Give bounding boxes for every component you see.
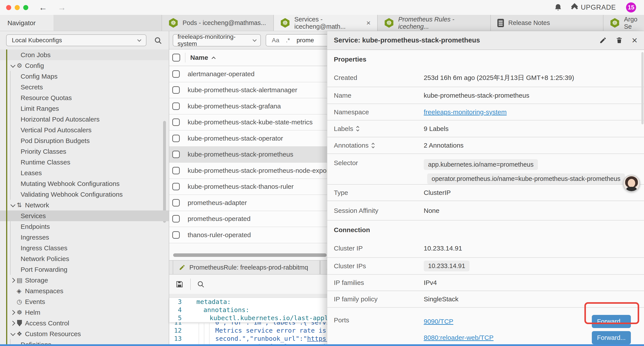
sidebar-tree-item[interactable]: ❖ Custom Resources	[0, 329, 169, 339]
sidebar-search-icon[interactable]	[154, 36, 162, 45]
horizontal-scrollbar[interactable]	[173, 253, 326, 257]
tree-chevron-icon[interactable]	[10, 309, 17, 316]
sidebar-tree-item[interactable]: Config Maps	[0, 71, 169, 82]
namespace-select[interactable]: freeleaps-monitoring-system	[173, 34, 261, 46]
forward-button[interactable]: Forward...	[592, 331, 631, 344]
row-name: Name kube-prometheus-stack-prometheus	[327, 87, 644, 104]
sidebar-tree-item[interactable]: ⇅ Network	[0, 200, 169, 210]
column-header-name[interactable]: Name	[190, 54, 215, 61]
notifications-bell-icon[interactable]	[554, 3, 562, 11]
match-case-icon[interactable]: Aa	[272, 37, 279, 44]
expand-toggle-icon[interactable]	[357, 126, 359, 131]
minimize-window-button[interactable]	[15, 5, 20, 10]
tree-item-icon: ❖	[17, 331, 25, 337]
forward-button[interactable]: →	[58, 3, 66, 11]
sidebar-tree-item[interactable]: Endpoints	[0, 221, 169, 232]
titlebar: ← → UPGRADE 15	[0, 0, 644, 15]
row-checkbox[interactable]	[172, 151, 180, 158]
upgrade-button[interactable]: UPGRADE	[572, 3, 616, 11]
row-checkbox[interactable]	[172, 199, 180, 207]
tab-argo[interactable]: ☸ Argo Se	[604, 15, 644, 31]
sidebar-tree-item[interactable]: Vertical Pod Autoscalers	[0, 125, 169, 135]
row-checkbox[interactable]	[172, 167, 180, 174]
port-link[interactable]: 9090/TCP	[424, 318, 453, 325]
sidebar-tree-item[interactable]: Services	[0, 210, 169, 221]
tree-chevron-icon[interactable]	[10, 202, 17, 209]
sidebar-tree-item[interactable]: Resource Quotas	[0, 92, 169, 103]
close-window-button[interactable]	[6, 5, 11, 10]
sidebar-tree-item[interactable]: ☸ Helm	[0, 307, 169, 318]
detail-scrollbar[interactable]	[641, 52, 644, 124]
sidebar-tree-item[interactable]: Port Forwarding	[0, 264, 169, 275]
row-checkbox[interactable]	[172, 118, 180, 126]
tree-chevron-icon[interactable]	[10, 277, 17, 284]
line-number: 12	[169, 327, 185, 335]
tree-chevron-icon[interactable]	[10, 331, 17, 337]
save-icon[interactable]	[175, 280, 184, 288]
sidebar-tree-item[interactable]: Leases	[0, 168, 169, 178]
port-entry: 9090/TCP Forward...	[424, 313, 644, 330]
sidebar-tree-item[interactable]: Network Policies	[0, 253, 169, 264]
tab-navigator[interactable]: Navigator	[0, 15, 54, 31]
sidebar-tree-item[interactable]: Pod Disruption Budgets	[0, 135, 169, 146]
service-name: kube-prometheus-stack-alertmanager	[188, 86, 297, 94]
sidebar-tree-item[interactable]: Priority Classes	[0, 146, 169, 157]
row-checkbox[interactable]	[172, 231, 180, 239]
tab-prometheus-rules[interactable]: ☸ Prometheus Rules - icecheng...	[378, 15, 491, 31]
sidebar-tree-item[interactable]: ⚙ Config	[0, 60, 169, 71]
tree-item-label: Runtime Classes	[10, 159, 70, 166]
tree-chevron-icon[interactable]	[10, 320, 17, 327]
tree-item-label: Limit Ranges	[10, 105, 59, 112]
back-button[interactable]: ←	[39, 3, 47, 11]
main-tab-strip: ☸ Pods - icecheng@mathmas... ☸ Services …	[162, 15, 644, 31]
row-checkbox[interactable]	[172, 183, 180, 190]
edit-pencil-icon[interactable]	[599, 36, 607, 44]
row-checkbox[interactable]	[172, 215, 180, 223]
row-annotations: Annotations 2 Annotations	[327, 137, 644, 154]
sidebar-tree-item[interactable]: Limit Ranges	[0, 103, 169, 114]
row-checkbox[interactable]	[172, 70, 180, 78]
row-session-affinity: Session Affinity None	[327, 201, 644, 221]
toolbar-divider	[190, 279, 191, 290]
regex-icon[interactable]: .*	[286, 37, 290, 44]
tab-services[interactable]: ☸ Services - icecheng@math... ×	[274, 15, 378, 31]
sidebar-tree-item[interactable]: Access Control	[0, 318, 169, 329]
tree-chevron-icon[interactable]	[10, 62, 17, 69]
notification-count-badge[interactable]: 15	[626, 2, 636, 12]
close-tab-icon[interactable]: ×	[366, 19, 371, 27]
select-all-checkbox[interactable]	[172, 54, 180, 61]
sidebar-tree-item[interactable]: Mutating Webhook Configurations	[0, 178, 169, 189]
sidebar-tree-item[interactable]: Validating Webhook Configurations	[0, 189, 169, 200]
editor-tab-prometheusrule[interactable]: PrometheusRule: freeleaps-prod-rabbitmq	[173, 261, 320, 274]
tab-release-notes[interactable]: Release Notes	[491, 15, 604, 31]
delete-trash-icon[interactable]	[616, 36, 623, 44]
sidebar-tree-item[interactable]: Horizontal Pod Autoscalers	[0, 114, 169, 125]
sidebar-tree-item[interactable]: Secrets	[0, 82, 169, 92]
tree-item-label: Config Maps	[10, 73, 58, 80]
column-divider	[185, 53, 186, 62]
tab-navigator-label: Navigator	[8, 19, 36, 27]
avatar[interactable]	[623, 175, 640, 192]
forward-button[interactable]: Forward...	[592, 315, 631, 328]
service-name: kube-prometheus-stack-thanos-ruler	[188, 183, 294, 190]
editor-search-icon[interactable]	[197, 280, 205, 288]
close-panel-icon[interactable]: ×	[632, 35, 638, 45]
tree-item-label: Config	[25, 62, 44, 69]
sidebar-tree-item[interactable]: ◈ Namespaces	[0, 286, 169, 296]
namespace-link[interactable]: freeleaps-monitoring-system	[424, 108, 506, 116]
sidebar-tree-item[interactable]: ▤ Storage	[0, 275, 169, 286]
sidebar-tree-item[interactable]: Ingress Classes	[0, 243, 169, 253]
sidebar-tree-item[interactable]: ◷ Events	[0, 296, 169, 307]
port-link[interactable]: 8080:reloader-web/TCP	[424, 334, 494, 342]
tab-pods[interactable]: ☸ Pods - icecheng@mathmas...	[162, 15, 274, 31]
sidebar-tree-item[interactable]: Runtime Classes	[0, 157, 169, 168]
expand-toggle-icon[interactable]	[372, 143, 374, 148]
row-checkbox[interactable]	[172, 102, 180, 110]
tree-item-label: Resource Quotas	[10, 94, 72, 102]
row-checkbox[interactable]	[172, 86, 180, 94]
sidebar-tree-item[interactable]: Ingresses	[0, 232, 169, 243]
zoom-window-button[interactable]	[23, 5, 28, 10]
sidebar-tree-item[interactable]: Cron Jobs	[0, 49, 169, 60]
kubeconfig-select[interactable]: Local Kubeconfigs	[6, 34, 146, 46]
row-checkbox[interactable]	[172, 135, 180, 142]
